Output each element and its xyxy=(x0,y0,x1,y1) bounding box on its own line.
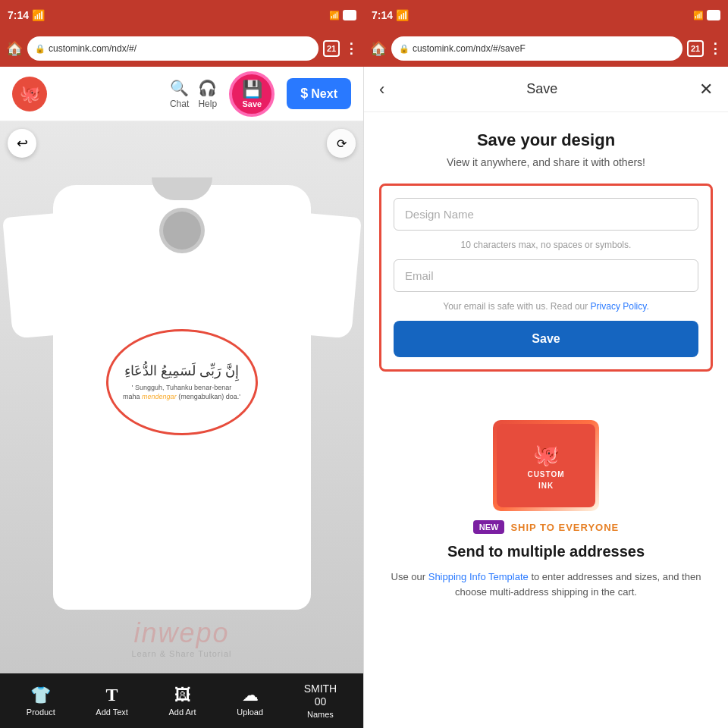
upload-icon: ☁ xyxy=(242,686,259,705)
save-button-circle[interactable]: 💾 Save xyxy=(229,71,275,117)
status-bar-left: 7:14 📶 📶 89 xyxy=(0,0,364,30)
translation-highlight: mendengar xyxy=(142,393,177,400)
bottom-toolbar: 👕 Product T Add Text 🖼 Add Art ☁ Upload … xyxy=(0,673,363,728)
address-half-left: 🏠 🔒 customink.com/ndx/#/ 21 ⋮ xyxy=(0,30,364,67)
save-form-area: Save your design View it anywhere, and s… xyxy=(364,112,728,405)
rotate-button[interactable]: ⟳ xyxy=(327,129,356,158)
add-art-label: Add Art xyxy=(169,708,196,717)
address-pill-right[interactable]: 🔒 customink.com/ndx/#/saveF xyxy=(391,36,682,61)
arabic-text: إِنَّ رَبِّى لَسَمِيعُ الدُّعَاءِ xyxy=(124,362,239,379)
next-button[interactable]: $ Next xyxy=(287,78,351,109)
add-text-icon: T xyxy=(106,685,118,705)
new-badge: NEW xyxy=(473,520,505,534)
hoodie-neck xyxy=(152,177,212,200)
save-disk-icon: 💾 xyxy=(242,80,262,99)
logo-area: 🐙 xyxy=(12,77,47,111)
help-label: Help xyxy=(198,99,217,109)
status-time-right: 7:14 📶 xyxy=(372,9,409,21)
add-text-label: Add Text xyxy=(96,708,128,717)
close-icon: ✕ xyxy=(699,80,713,99)
close-button[interactable]: ✕ xyxy=(699,80,713,99)
more-btn-left[interactable]: ⋮ xyxy=(344,40,358,57)
toolbar-names[interactable]: SMITH00 Names xyxy=(304,682,337,720)
ship-desc: Use our Shipping Info Template to enter … xyxy=(379,570,713,599)
design-name-field xyxy=(394,198,698,231)
email-hint: Your email is safe with us. Read our Pri… xyxy=(394,301,698,312)
hoodie-shape: إِنَّ رَبِّى لَسَمِيعُ الدُّعَاءِ ' Sung… xyxy=(53,185,311,610)
top-nav: 🐙 🔍 Chat 🎧 Help 💾 Save $ Next xyxy=(0,67,363,121)
watermark: inwepo Learn & Share Tutorial xyxy=(131,617,231,658)
nav-chat[interactable]: 🔍 Chat xyxy=(170,79,189,109)
lock-icon-right: 🔒 xyxy=(399,44,410,54)
dollar-icon: $ xyxy=(300,86,308,102)
rotate-icon: ⟳ xyxy=(337,136,347,151)
ship-badges: NEW SHIP TO EVERYONE xyxy=(473,520,620,534)
email-input[interactable] xyxy=(394,259,698,292)
undo-icon: ↩ xyxy=(17,135,28,152)
next-label: Next xyxy=(311,87,337,101)
toolbar-upload[interactable]: ☁ Upload xyxy=(237,686,263,717)
form-box: 10 characters max, no spaces or symbols.… xyxy=(379,184,713,372)
privacy-policy-link[interactable]: Privacy Policy. xyxy=(591,301,649,312)
chat-label: Chat xyxy=(170,99,189,109)
main-panels: 🐙 🔍 Chat 🎧 Help 💾 Save $ Next xyxy=(0,67,728,728)
status-bar-right: 7:14 📶 📶 89 xyxy=(364,0,728,30)
save-subtitle: View it anywhere, and share it with othe… xyxy=(379,156,713,168)
home-icon-right[interactable]: 🏠 xyxy=(370,40,387,57)
brand-name: inwepo xyxy=(131,617,231,649)
customink-box-text2: INK xyxy=(538,482,554,490)
save-main-title: Save your design xyxy=(379,130,713,150)
customink-box-text: CUSTOM xyxy=(527,470,564,479)
lock-icon-left: 🔒 xyxy=(35,44,46,54)
translation-line1: ' Sungguh, Tuhanku benar-benar xyxy=(132,384,231,391)
octopus-icon: 🐙 xyxy=(20,84,40,104)
status-bar: 7:14 📶 📶 89 7:14 📶 📶 89 xyxy=(0,0,728,30)
url-text-right: customink.com/ndx/#/saveF xyxy=(413,43,526,54)
signal-icon-right: 📶 xyxy=(396,9,409,21)
customink-face-icon: 🐙 xyxy=(533,442,560,467)
hoodie-sleeve-left xyxy=(2,213,66,338)
email-field xyxy=(394,259,698,292)
battery-badge-left: 89 xyxy=(343,10,356,20)
tab-badge-left[interactable]: 21 xyxy=(323,40,340,57)
nav-help[interactable]: 🎧 Help xyxy=(198,79,217,109)
design-name-input[interactable] xyxy=(394,198,698,231)
address-half-right: 🏠 🔒 customink.com/ndx/#/saveF 21 ⋮ xyxy=(364,30,728,67)
address-bar-row: 🏠 🔒 customink.com/ndx/#/ 21 ⋮ 🏠 🔒 custom… xyxy=(0,30,728,67)
back-button[interactable]: ‹ xyxy=(379,80,384,99)
save-form-button[interactable]: Save xyxy=(394,321,698,357)
translation-text: ' Sungguh, Tuhanku benar-benar maha mend… xyxy=(123,384,240,401)
customink-logo[interactable]: 🐙 xyxy=(12,77,47,111)
tab-badge-right[interactable]: 21 xyxy=(687,40,704,57)
shipping-template-link[interactable]: Shipping Info Template xyxy=(428,571,529,582)
wifi-icon-right: 📶 xyxy=(693,11,704,20)
translation-line2: maha xyxy=(123,393,140,400)
battery-badge-right: 89 xyxy=(707,10,720,20)
toolbar-add-text[interactable]: T Add Text xyxy=(96,685,128,717)
save-modal-title: Save xyxy=(526,81,557,97)
undo-button[interactable]: ↩ xyxy=(8,129,36,158)
ship-desc-prefix: Use our xyxy=(391,571,426,582)
wifi-icon: 📶 xyxy=(329,11,340,20)
back-icon: ‹ xyxy=(379,80,384,99)
status-time-left: 7:14 📶 xyxy=(8,9,45,21)
toolbar-add-art[interactable]: 🖼 Add Art xyxy=(169,686,196,717)
left-panel: 🐙 🔍 Chat 🎧 Help 💾 Save $ Next xyxy=(0,67,364,728)
status-icons-right: 📶 89 xyxy=(693,10,720,20)
more-btn-right[interactable]: ⋮ xyxy=(708,40,722,57)
translation-line3: (mengabulkan) doa.' xyxy=(178,393,240,400)
email-hint-prefix: Your email is safe with us. Read our xyxy=(443,301,588,312)
names-label: Names xyxy=(307,710,334,719)
design-oval: إِنَّ رَبِّى لَسَمِيعُ الدُّعَاءِ ' Sung… xyxy=(106,329,258,435)
upload-label: Upload xyxy=(237,708,263,717)
product-label: Product xyxy=(27,708,55,717)
home-icon-left[interactable]: 🏠 xyxy=(6,40,23,57)
chat-icon: 🔍 xyxy=(170,79,189,97)
address-pill-left[interactable]: 🔒 customink.com/ndx/#/ xyxy=(27,36,318,61)
names-icon: SMITH00 xyxy=(304,682,337,708)
design-name-hint: 10 characters max, no spaces or symbols. xyxy=(394,240,698,250)
signal-icon: 📶 xyxy=(32,9,45,21)
toolbar-product[interactable]: 👕 Product xyxy=(27,686,55,717)
ship-section: 🐙 CUSTOM INK NEW SHIP TO EVERYONE Send t… xyxy=(364,405,728,614)
save-form-button-label: Save xyxy=(532,332,560,345)
